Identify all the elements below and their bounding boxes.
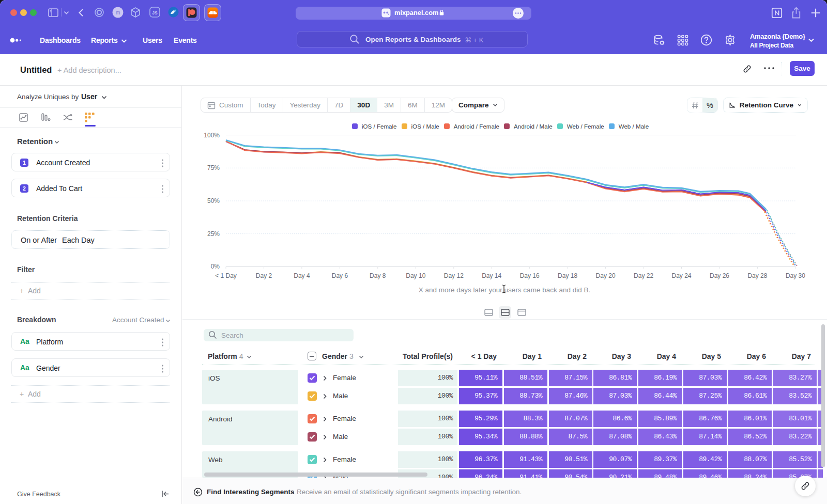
svg-text:Day 12: Day 12: [444, 272, 464, 279]
svg-text:Day 10: Day 10: [406, 272, 425, 279]
svg-text:Day 8: Day 8: [370, 272, 386, 279]
svg-text:Day 28: Day 28: [747, 272, 767, 279]
svg-text:Day 22: Day 22: [634, 272, 653, 279]
svg-text:Day 6: Day 6: [332, 272, 348, 279]
svg-text:Day 30: Day 30: [786, 272, 805, 279]
svg-text:Day 26: Day 26: [710, 272, 729, 279]
svg-text:JS: JS: [152, 10, 158, 15]
svg-text:100%: 100%: [204, 132, 220, 139]
svg-text:Day 2: Day 2: [256, 272, 272, 279]
svg-text:25%: 25%: [207, 230, 220, 238]
svg-text:0%: 0%: [211, 263, 220, 270]
svg-text:m: m: [116, 9, 120, 15]
svg-text:75%: 75%: [207, 164, 220, 171]
svg-text:Day 20: Day 20: [596, 272, 616, 279]
svg-text:< 1 Day: < 1 Day: [215, 272, 237, 279]
svg-text:50%: 50%: [207, 197, 220, 204]
svg-text:Day 18: Day 18: [558, 272, 577, 279]
svg-text:Day 24: Day 24: [671, 272, 691, 279]
svg-text:Day 14: Day 14: [482, 272, 501, 279]
svg-text:Day 4: Day 4: [294, 272, 310, 279]
svg-text:Day 16: Day 16: [520, 272, 540, 279]
